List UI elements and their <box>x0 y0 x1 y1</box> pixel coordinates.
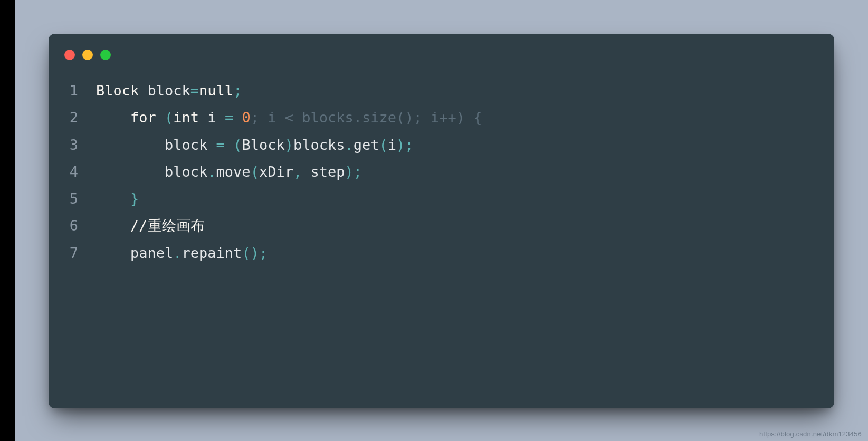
token-ident: panel <box>96 245 173 261</box>
line-number: 1 <box>64 77 96 104</box>
token-punct: = <box>225 109 233 126</box>
token-punct: ) <box>285 137 293 153</box>
token-punct: . <box>345 137 353 153</box>
code-line: 3 block = (Block)blocks.get(i); <box>64 131 824 158</box>
code-content: //重绘画布 <box>96 212 824 239</box>
code-content: } <box>96 185 824 212</box>
token-ident <box>156 109 165 126</box>
token-ident: i <box>388 137 396 153</box>
window-titlebar <box>49 34 834 70</box>
line-number: 3 <box>64 131 96 158</box>
code-content: for (int i = 0; i < blocks.size(); i++) … <box>96 104 824 131</box>
line-number: 7 <box>64 239 96 266</box>
token-ident: blocks <box>293 137 345 153</box>
token-punct: . <box>207 164 216 180</box>
code-line: 7 panel.repaint(); <box>64 239 824 266</box>
watermark-text: https://blog.csdn.net/dkm123456 <box>759 430 862 438</box>
token-punct: ) <box>345 164 353 180</box>
token-punct: () <box>242 245 259 261</box>
code-content: panel.repaint(); <box>96 239 824 266</box>
token-ident: get <box>354 137 379 153</box>
token-punct: ( <box>379 137 388 153</box>
token-punct: } <box>130 190 139 207</box>
token-ident: move <box>216 164 251 180</box>
token-punct: ; <box>354 164 362 180</box>
token-ident: block <box>96 164 207 180</box>
token-ident: repaint <box>182 245 242 261</box>
maximize-icon[interactable] <box>100 50 111 60</box>
code-line: 6 //重绘画布 <box>64 212 824 239</box>
token-punct: = <box>190 82 199 99</box>
close-icon[interactable] <box>64 50 75 60</box>
token-ident <box>225 137 233 153</box>
line-number: 4 <box>64 158 96 185</box>
stage-background: 1Block block=null;2 for (int i = 0; i < … <box>15 0 868 441</box>
token-punct: ( <box>251 164 259 180</box>
code-content: block.move(xDir, step); <box>96 158 824 185</box>
token-ident: xDir <box>259 164 293 180</box>
code-line: 5 } <box>64 185 824 212</box>
token-punct: ; <box>233 82 242 99</box>
token-kw: Block <box>96 82 139 99</box>
token-kw: null <box>199 82 233 99</box>
token-punct: ; <box>259 245 268 261</box>
token-punct: ( <box>165 109 173 126</box>
token-muted: ; i < blocks.size(); i++) { <box>251 109 482 126</box>
token-ident <box>96 217 130 234</box>
token-ident <box>96 109 130 126</box>
token-punct: ; <box>405 137 413 153</box>
code-line: 2 for (int i = 0; i < blocks.size(); i++… <box>64 104 824 131</box>
line-number: 5 <box>64 185 96 212</box>
token-ident: i <box>199 109 225 126</box>
token-punct: = <box>216 137 225 153</box>
code-window: 1Block block=null;2 for (int i = 0; i < … <box>49 34 834 408</box>
token-punct: ( <box>233 137 242 153</box>
token-ident: step <box>302 164 345 180</box>
token-ident: block <box>139 82 190 99</box>
token-num: 0 <box>242 109 250 126</box>
token-kw: int <box>173 109 199 126</box>
token-ident: Block <box>242 137 284 153</box>
code-line: 1Block block=null; <box>64 77 824 104</box>
code-line: 4 block.move(xDir, step); <box>64 158 824 185</box>
code-content: Block block=null; <box>96 77 824 104</box>
token-ident: block <box>96 137 216 153</box>
token-punct: , <box>293 164 302 180</box>
line-number: 2 <box>64 104 96 131</box>
line-number: 6 <box>64 212 96 239</box>
token-punct: . <box>173 245 182 261</box>
token-kw: for <box>130 109 156 126</box>
left-black-strip <box>0 0 15 441</box>
token-ident <box>233 109 242 126</box>
minimize-icon[interactable] <box>82 50 93 60</box>
token-comment: //重绘画布 <box>130 217 205 234</box>
token-punct: ) <box>396 137 405 153</box>
token-ident <box>96 190 130 207</box>
code-content: block = (Block)blocks.get(i); <box>96 131 824 158</box>
code-area: 1Block block=null;2 for (int i = 0; i < … <box>49 70 834 408</box>
